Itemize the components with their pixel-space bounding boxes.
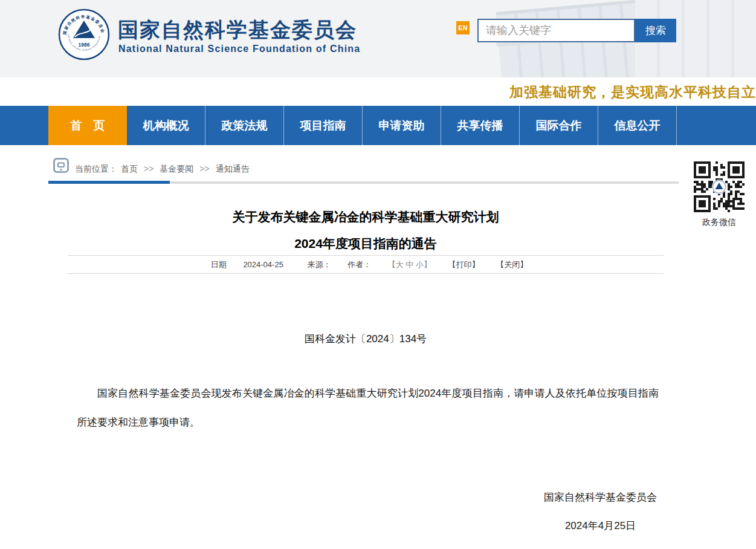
font-size-buttons[interactable]: 【大 中 小】	[388, 260, 431, 269]
nav-item-label: 共享传播	[457, 119, 503, 132]
qr-caption: 政务微信	[694, 217, 745, 228]
slogan-text: 加强基础研究，是实现高水平科技自立	[509, 83, 756, 102]
print-button[interactable]: 【打印】	[448, 260, 480, 269]
nav-item[interactable]: 机构概况	[127, 106, 205, 145]
site-header: 国家自然科学基金委员会 NATIONAL NATURAL SCIENCE FOU…	[0, 0, 756, 77]
nav-item[interactable]: 共享传播	[441, 106, 520, 145]
signature-org: 国家自然科学基金委员会	[544, 490, 657, 505]
breadcrumb-link-news[interactable]: 基金要闻	[160, 164, 193, 174]
breadcrumb-label: 当前位置：	[75, 164, 117, 174]
signature-date: 2024年4月25日	[544, 519, 657, 533]
close-button[interactable]: 【关闭】	[496, 260, 528, 269]
breadcrumb-separator: >>	[144, 164, 153, 174]
search-input[interactable]	[477, 19, 635, 42]
site-title-zh: 国家自然科学基金委员会	[118, 16, 357, 44]
meta-author-label: 作者：	[347, 260, 371, 269]
slogan-banner: 加强基础研究，是实现高水平科技自立	[0, 77, 756, 106]
wechat-qr-block: 政务微信	[694, 161, 745, 228]
nav-item-label: 政策法规	[222, 119, 268, 132]
meta-source-label: 来源：	[308, 260, 331, 269]
signature-block: 国家自然科学基金委员会 2024年4月25日	[544, 490, 657, 533]
article-title-line2: 2024年度项目指南的通告	[68, 235, 664, 252]
nav-item[interactable]: 项目指南	[284, 106, 363, 145]
meta-date: 日期 2024-04-25	[204, 260, 291, 269]
search-button[interactable]: 搜索	[635, 19, 676, 42]
nav-item[interactable]: 首 页	[48, 106, 127, 145]
site-logo[interactable]: 国家自然科学基金委员会 NATIONAL NATURAL SCIENCE FOU…	[58, 8, 396, 69]
article-paragraph: 国家自然科学基金委员会现发布关键金属冶金的科学基础重大研究计划2024年度项目指…	[77, 379, 659, 437]
article-title-line1: 关于发布关键金属冶金的科学基础重大研究计划	[68, 209, 664, 226]
english-version-button[interactable]: EN	[456, 21, 470, 34]
breadcrumb-underline-accent	[48, 181, 170, 184]
article-meta-bar: 日期 2024-04-25 来源： 作者： 【大 中 小】 【打印】 【关闭】	[68, 255, 664, 274]
breadcrumb-link-notices[interactable]: 通知通告	[216, 164, 250, 174]
nav-item-label: 机构概况	[143, 119, 189, 132]
breadcrumb-separator: >>	[199, 164, 209, 174]
nav-item-label: 信息公开	[615, 119, 661, 132]
nav-item[interactable]: 申请资助	[363, 106, 441, 145]
nsfc-emblem-icon: 国家自然科学基金委员会 NATIONAL NATURAL SCIENCE FOU…	[58, 8, 110, 60]
breadcrumb-underline	[170, 181, 679, 184]
nav-items: 首 页 机构概况 政策法规 项目指南 申请资助 共	[48, 106, 756, 145]
nav-item[interactable]: 国际合作	[520, 106, 598, 145]
location-icon	[53, 158, 69, 177]
qr-code	[694, 161, 745, 212]
nav-item[interactable]: 政策法规	[205, 106, 284, 145]
breadcrumb-link-home[interactable]: 首页	[121, 164, 138, 174]
breadcrumb: 当前位置：首页>>基金要闻>>通知通告	[75, 164, 253, 175]
article: 关于发布关键金属冶金的科学基础重大研究计划 2024年度项目指南的通告 日期 2…	[68, 200, 664, 544]
nav-item-label: 国际合作	[536, 119, 582, 132]
nav-item-label: 申请资助	[379, 119, 425, 132]
main-nav: 首 页 机构概况 政策法规 项目指南 申请资助 共	[0, 106, 756, 145]
nav-item[interactable]: 信息公开	[598, 106, 677, 145]
page: 国家自然科学基金委员会 NATIONAL NATURAL SCIENCE FOU…	[0, 0, 756, 549]
logo-year: 1986	[79, 42, 90, 48]
nav-item-label: 首 页	[71, 119, 105, 132]
site-title-en: National Natural Science Foundation of C…	[118, 44, 360, 54]
nav-item-label: 项目指南	[300, 119, 346, 132]
document-number: 国科金发计〔2024〕134号	[68, 332, 664, 346]
